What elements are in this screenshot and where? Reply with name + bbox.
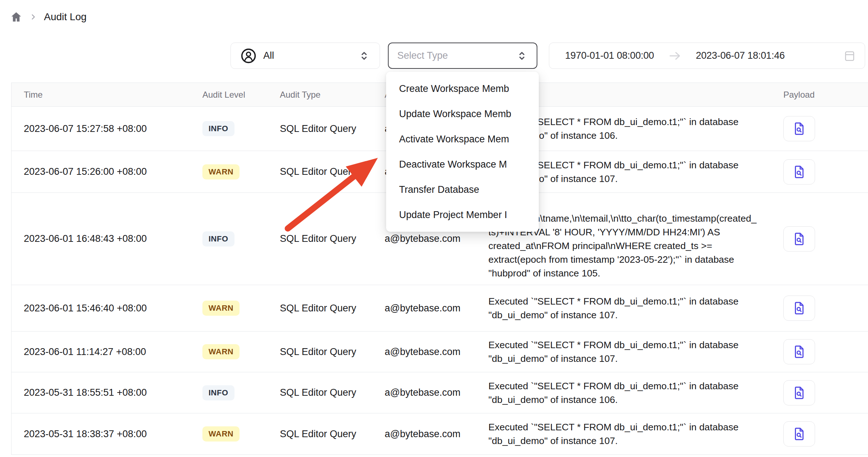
audit-level-badge: WARN xyxy=(202,301,240,316)
row-actor: a@bytebase.com xyxy=(385,429,488,440)
page-title: Audit Log xyxy=(44,11,86,23)
table-row: 2023-06-01 11:14:27 +08:00 WARN SQL Edit… xyxy=(12,332,868,372)
type-filter-placeholder: Select Type xyxy=(397,50,516,61)
file-search-icon xyxy=(792,121,807,136)
menu-item-update-workspace-member[interactable]: Update Workspace Memb xyxy=(386,101,539,127)
type-select-dropdown: Create Workspace Memb Update Workspace M… xyxy=(386,72,539,232)
column-header-time: Time xyxy=(12,90,202,100)
breadcrumb: Audit Log xyxy=(10,11,86,23)
menu-item-deactivate-workspace-member[interactable]: Deactivate Workspace M xyxy=(386,152,539,177)
row-audit-type: SQL Editor Query xyxy=(280,233,385,244)
row-audit-type: SQL Editor Query xyxy=(280,429,385,440)
file-search-icon xyxy=(792,231,807,247)
payload-view-button[interactable] xyxy=(783,421,815,447)
column-header-level: Audit Level xyxy=(202,90,280,100)
row-actor: a@bytebase.com xyxy=(385,303,488,314)
table-row: 2023-05-31 18:55:51 +08:00 INFO SQL Edit… xyxy=(12,372,868,413)
arrow-right-icon xyxy=(668,49,682,63)
row-time: 2023-06-01 16:48:43 +08:00 xyxy=(12,233,202,244)
row-time: 2023-06-07 15:27:58 +08:00 xyxy=(12,123,202,134)
row-actor: a@bytebase.com xyxy=(385,346,488,358)
row-actor: a@bytebase.com xyxy=(385,233,488,244)
audit-level-badge: WARN xyxy=(202,164,240,179)
row-comment: Executed `"SELECT * FROM db_ui_demo.t1;"… xyxy=(488,294,765,322)
row-comment: Executed `"SELECT * FROM db_ui_demo.t1;"… xyxy=(488,338,765,365)
file-search-icon xyxy=(792,301,807,316)
audit-level-badge: WARN xyxy=(202,344,240,359)
row-audit-type: SQL Editor Query xyxy=(280,123,385,134)
actor-filter-select[interactable]: All xyxy=(231,43,380,69)
type-filter-select[interactable]: Select Type xyxy=(388,43,537,69)
column-header-payload: Payload xyxy=(765,90,868,100)
date-range-start[interactable]: 1970-01-01 08:00:00 xyxy=(565,50,654,61)
table-row: 2023-05-31 18:38:37 +08:00 WARN SQL Edit… xyxy=(12,413,868,455)
file-search-icon xyxy=(792,344,807,359)
row-comment: Executed `"SELECT * FROM db_ui_demo.t1;"… xyxy=(488,379,765,407)
payload-view-button[interactable] xyxy=(783,380,815,405)
menu-item-create-workspace-member[interactable]: Create Workspace Memb xyxy=(386,76,539,101)
person-circle-icon xyxy=(240,48,257,64)
menu-item-transfer-database[interactable]: Transfer Database xyxy=(386,177,539,202)
file-search-icon xyxy=(792,385,807,400)
audit-log-page: Audit Log All Select Type 1970-01-01 08:… xyxy=(0,0,868,457)
payload-view-button[interactable] xyxy=(783,296,815,321)
calendar-icon[interactable] xyxy=(843,49,856,62)
payload-view-button[interactable] xyxy=(783,159,815,185)
home-icon[interactable] xyxy=(10,11,22,23)
audit-level-badge: INFO xyxy=(202,385,234,400)
payload-view-button[interactable] xyxy=(783,226,815,252)
table-row: 2023-06-01 15:46:40 +08:00 WARN SQL Edit… xyxy=(12,285,868,332)
row-time: 2023-05-31 18:55:51 +08:00 xyxy=(12,387,202,398)
row-time: 2023-06-07 15:26:00 +08:00 xyxy=(12,166,202,177)
row-audit-type: SQL Editor Query xyxy=(280,303,385,314)
column-header-type: Audit Type xyxy=(280,90,385,100)
row-time: 2023-05-31 18:38:37 +08:00 xyxy=(12,429,202,440)
file-search-icon xyxy=(792,164,807,179)
chevrons-up-down-icon xyxy=(516,50,528,62)
row-time: 2023-06-01 15:46:40 +08:00 xyxy=(12,303,202,314)
audit-level-badge: WARN xyxy=(202,426,240,442)
row-audit-type: SQL Editor Query xyxy=(280,166,385,177)
row-audit-type: SQL Editor Query xyxy=(280,387,385,398)
payload-view-button[interactable] xyxy=(783,339,815,364)
chevrons-up-down-icon xyxy=(358,50,370,62)
file-search-icon xyxy=(792,426,807,442)
row-comment: Executed `"SELECT * FROM db_ui_demo.t1;"… xyxy=(488,420,765,448)
date-range-picker[interactable]: 1970-01-01 08:00:00 2023-06-07 18:01:46 xyxy=(549,43,865,69)
row-time: 2023-06-01 11:14:27 +08:00 xyxy=(12,346,202,358)
audit-level-badge: INFO xyxy=(202,121,234,136)
row-actor: a@bytebase.com xyxy=(385,387,488,398)
row-audit-type: SQL Editor Query xyxy=(280,346,385,358)
audit-level-badge: INFO xyxy=(202,231,234,247)
payload-view-button[interactable] xyxy=(783,116,815,141)
chevron-right-icon xyxy=(29,13,37,21)
actor-filter-value: All xyxy=(263,50,358,61)
menu-item-activate-workspace-member[interactable]: Activate Workspace Mem xyxy=(386,127,539,152)
menu-item-update-project-member[interactable]: Update Project Member I xyxy=(386,202,539,227)
date-range-end[interactable]: 2023-06-07 18:01:46 xyxy=(696,50,785,61)
